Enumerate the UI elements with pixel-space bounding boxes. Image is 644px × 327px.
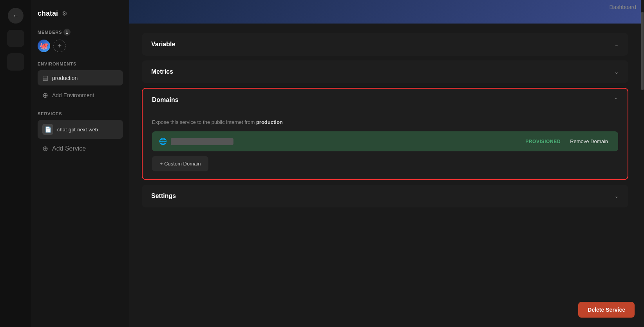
add-environment-button[interactable]: ⊕ Add Environment bbox=[38, 87, 123, 104]
variable-section: Variable ⌄ bbox=[142, 33, 628, 56]
domains-section: Domains ⌃ Expose this service to the pub… bbox=[142, 88, 628, 180]
top-banner bbox=[129, 0, 641, 24]
domains-description: Expose this service to the public intern… bbox=[152, 119, 618, 125]
add-service-button[interactable]: ⊕ Add Service bbox=[38, 140, 123, 157]
delete-service-button[interactable]: Delete Service bbox=[578, 302, 635, 318]
member-avatar[interactable]: 🐙 bbox=[38, 40, 50, 52]
settings-chevron-icon: ⌄ bbox=[614, 193, 619, 199]
content-area: Variable ⌄ Metrics ⌄ Domains ⌃ Expose th… bbox=[129, 24, 641, 327]
environment-item-production[interactable]: ▤ production bbox=[38, 70, 123, 85]
variable-section-header[interactable]: Variable ⌄ bbox=[142, 33, 628, 56]
metrics-section: Metrics ⌄ bbox=[142, 60, 628, 83]
environments-section-label: Environments bbox=[38, 62, 123, 66]
domain-url bbox=[171, 138, 233, 145]
members-row: 🐙 + bbox=[38, 40, 123, 52]
metrics-title: Metrics bbox=[151, 68, 173, 75]
variable-chevron-icon: ⌄ bbox=[614, 41, 619, 47]
domains-chevron-icon: ⌃ bbox=[613, 97, 618, 103]
project-name: chatai bbox=[38, 9, 58, 18]
back-button[interactable]: ← bbox=[8, 8, 24, 24]
domain-left: 🌐 bbox=[159, 138, 233, 145]
domains-env-name: production bbox=[256, 119, 283, 125]
far-left-nav: ← bbox=[0, 0, 31, 327]
domains-content: Expose this service to the public intern… bbox=[143, 111, 628, 179]
service-icon: 📄 bbox=[42, 124, 53, 135]
nav-icon-1 bbox=[7, 30, 24, 47]
metrics-chevron-icon: ⌄ bbox=[614, 69, 619, 75]
domains-section-header[interactable]: Domains ⌃ bbox=[143, 89, 628, 111]
members-count: 1 bbox=[63, 29, 71, 36]
scrollbar-thumb bbox=[641, 12, 644, 90]
domain-row: 🌐 PROVISIONED Remove Domain bbox=[152, 131, 618, 151]
metrics-section-header[interactable]: Metrics ⌄ bbox=[142, 60, 628, 83]
settings-title: Settings bbox=[151, 193, 176, 200]
settings-section: Settings ⌄ bbox=[142, 185, 628, 207]
members-label: Members 1 bbox=[38, 29, 123, 36]
custom-domain-button[interactable]: + Custom Domain bbox=[152, 156, 208, 171]
dashboard-label: Dashboard bbox=[610, 4, 637, 10]
add-environment-label: Add Environment bbox=[52, 92, 94, 98]
services-section-label: Services bbox=[38, 111, 123, 116]
environment-icon: ▤ bbox=[42, 74, 48, 82]
variable-title: Variable bbox=[151, 41, 175, 48]
service-item-chat-gpt-next-web[interactable]: 📄 chat-gpt-next-web bbox=[38, 120, 123, 139]
domains-title: Domains bbox=[152, 96, 179, 104]
nav-icon-2 bbox=[7, 53, 24, 71]
sidebar: chatai ⚙ Members 1 🐙 + Environments ▤ pr… bbox=[31, 0, 129, 327]
sidebar-title: chatai ⚙ bbox=[38, 9, 123, 18]
add-service-icon: ⊕ bbox=[42, 144, 48, 153]
globe-icon: 🌐 bbox=[159, 138, 167, 145]
remove-domain-button[interactable]: Remove Domain bbox=[567, 137, 611, 146]
add-environment-icon: ⊕ bbox=[42, 91, 48, 100]
service-label: chat-gpt-next-web bbox=[57, 127, 98, 133]
domain-right: PROVISIONED Remove Domain bbox=[525, 137, 611, 146]
scrollbar[interactable] bbox=[641, 0, 644, 327]
main-content: Variable ⌄ Metrics ⌄ Domains ⌃ Expose th… bbox=[129, 0, 641, 327]
settings-icon[interactable]: ⚙ bbox=[62, 10, 67, 17]
provisioned-badge: PROVISIONED bbox=[525, 139, 561, 144]
settings-section-header[interactable]: Settings ⌄ bbox=[142, 185, 628, 207]
add-member-button[interactable]: + bbox=[53, 40, 66, 52]
environment-label: production bbox=[52, 75, 78, 81]
add-service-label: Add Service bbox=[52, 145, 86, 152]
